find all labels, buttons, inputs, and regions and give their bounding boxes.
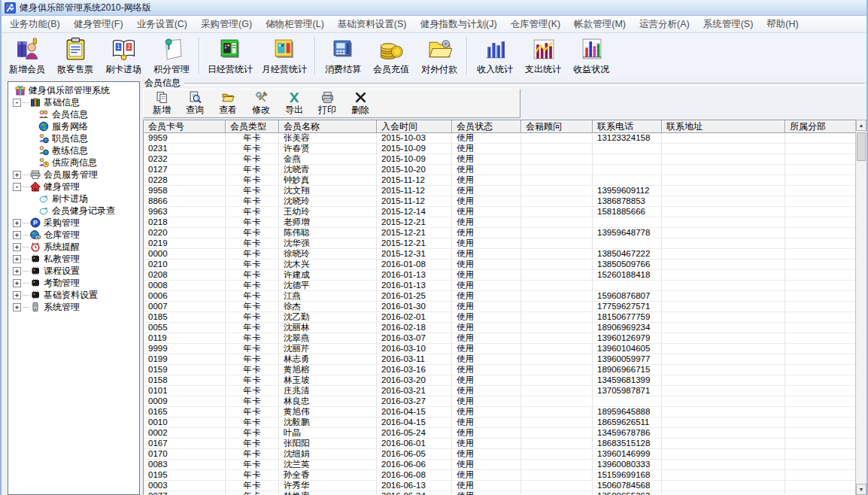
menu-item[interactable]: 采购管理(G) [194, 16, 259, 33]
expense-chart-button[interactable]: 支出统计 [519, 35, 567, 77]
menu-item[interactable]: 业务功能(B) [3, 16, 67, 33]
menu-item[interactable]: 系统管理(S) [697, 16, 760, 33]
column-header[interactable]: 所属分部 [785, 120, 859, 133]
table-row[interactable]: 0232年卡金燕2015-10-09使用 [144, 154, 859, 165]
settlement-button[interactable]: 消费结算 [319, 35, 367, 77]
table-row[interactable]: 0199年卡林志勇2016-03-11使用13960059977 [144, 354, 859, 365]
table-row[interactable]: 0083年卡沈兰英2016-06-06使用13960080333 [144, 460, 859, 470]
tree-node[interactable]: +会员服务管理 [8, 169, 139, 181]
scrollbar-thumb[interactable] [857, 132, 866, 161]
tree-node[interactable]: +课程设置 [8, 265, 139, 277]
payment-button[interactable]: 对外付款 [415, 35, 463, 77]
tree-expand-icon[interactable]: + [13, 243, 21, 251]
table-row[interactable]: 0220年卡陈伟聪2015-12-21使用13959648778 [144, 228, 859, 238]
menu-item[interactable]: 运营分析(A) [633, 16, 697, 33]
monthly-report-button[interactable]: 月经营统计 [257, 35, 311, 77]
table-row[interactable]: 0010年卡沈毅鹏2016-04-15使用18659626511 [144, 418, 859, 428]
table-row[interactable]: 9963年卡王幼玲2015-12-14使用1581885666 [144, 207, 859, 217]
tree-node[interactable]: +基础资料设置 [8, 289, 139, 301]
tree-node[interactable]: -基础信息 [8, 96, 139, 108]
view-button[interactable]: 查看 [211, 91, 244, 117]
income-chart-button[interactable]: 收入统计 [471, 35, 519, 77]
tree-expand-icon[interactable]: + [13, 267, 21, 275]
column-header[interactable]: 会员名称 [279, 120, 377, 133]
column-header[interactable]: 入会时间 [377, 120, 452, 133]
table-row[interactable]: 0119年卡沈翠燕2016-03-07使用13960126979 [144, 333, 859, 344]
table-row[interactable]: 0195年卡孙全香2016-06-08使用15159699168 [144, 470, 859, 481]
table-row[interactable]: 9999年卡沈丽芹2016-03-10使用13960104605 [144, 344, 859, 354]
table-row[interactable]: 0170年卡沈细娟2016-06-05使用13960146999 [144, 449, 859, 460]
table-row[interactable]: 0219年卡沈华强2015-12-21使用 [144, 238, 859, 249]
table-row[interactable]: 0218年卡老师增2015-12-21使用 [144, 217, 859, 228]
modify-button[interactable]: 修改 [244, 91, 278, 117]
table-row[interactable]: 0009年卡林良忠2016-03-27使用 [144, 396, 859, 407]
column-header[interactable]: 联系电话 [593, 120, 662, 133]
recharge-button[interactable]: 会员充值 [367, 35, 415, 77]
tree-expand-icon[interactable]: + [13, 303, 21, 311]
tree-node[interactable]: +仓库管理 [8, 229, 139, 241]
tree-collapse-icon[interactable]: - [13, 99, 21, 107]
table-row[interactable]: 0006年卡江燕2016-01-25使用15960876807 [144, 291, 859, 302]
tree-node[interactable]: 供应商信息 [8, 156, 139, 169]
table-row[interactable]: 0228年卡钟妙真2015-11-12使用 [144, 175, 859, 186]
tree-node[interactable]: 会员健身记录查 [8, 205, 139, 217]
table-row[interactable]: 0231年卡许春贤2015-10-09使用 [144, 144, 859, 154]
table-row[interactable]: 0159年卡黄旭榕2016-03-16使用18906966715 [144, 365, 859, 375]
daily-report-button[interactable]: 日经营统计 [203, 35, 257, 77]
delete-button[interactable]: 删除 [344, 91, 377, 117]
column-header[interactable]: 会员卡号 [144, 120, 226, 133]
print-button[interactable]: 打印 [311, 91, 344, 117]
card-swipe-button[interactable]: 12刷卡进场 [99, 35, 147, 77]
tree-node[interactable]: +P采购管理 [8, 217, 139, 229]
menu-item[interactable]: 仓库管理(K) [504, 16, 568, 33]
tree-node[interactable]: -健身管理 [8, 181, 139, 193]
tree-node[interactable]: 教练信息 [8, 144, 139, 156]
column-header[interactable]: 会员类型 [226, 120, 279, 133]
table-row[interactable]: 0208年卡许建成2016-01-13使用15260188418 [144, 270, 859, 281]
menu-item[interactable]: 健身管理(F) [67, 16, 130, 33]
table-row[interactable]: 0055年卡沈丽林2016-02-18使用18906969234 [144, 323, 859, 333]
table-row[interactable]: 0008年卡沈德平2016-01-13使用 [144, 281, 859, 291]
scrollbar-down-icon[interactable]: ▼ [856, 484, 866, 495]
table-row[interactable]: 0127年卡沈晓青2015-10-20使用 [144, 165, 859, 175]
column-header[interactable]: 会员状态 [452, 120, 521, 133]
table-row[interactable]: 0167年卡张阳阳2016-06-01使用18683515128 [144, 439, 859, 449]
table-row[interactable]: 0007年卡徐杰2016-01-30使用17759627571 [144, 302, 859, 312]
export-button[interactable]: 导出 [278, 91, 311, 117]
tree-node[interactable]: 刷卡进场 [8, 193, 139, 205]
tree-expand-icon[interactable]: + [13, 231, 21, 239]
points-button[interactable]: 积分管理 [147, 35, 196, 77]
tree-root[interactable]: 健身俱乐部管理系统 [8, 84, 139, 96]
tree-collapse-icon[interactable]: - [13, 183, 21, 191]
table-row[interactable]: 0101年卡庄兆清2016-03-21使用13705987871 [144, 386, 859, 396]
tree-node[interactable]: +系统提醒 [8, 241, 139, 253]
menu-item[interactable]: 健身指数与计划(J) [414, 16, 504, 33]
tree-expand-icon[interactable]: + [13, 255, 21, 263]
menu-item[interactable]: 储物柜管理(L) [259, 16, 331, 33]
menu-item[interactable]: 业务设置(C) [130, 16, 194, 33]
menu-item[interactable]: 基础资料设置(S) [331, 16, 414, 33]
table-row[interactable]: 8866年卡沈晓玲2015-11-12使用1386878853 [144, 196, 859, 207]
table-row[interactable]: 0165年卡黄旭伟2016-04-15使用18959645888 [144, 407, 859, 418]
tree-node[interactable]: 会员信息 [8, 108, 139, 120]
table-row[interactable]: 0003年卡许秀华2016-06-13使用15060784568 [144, 481, 859, 491]
table-row[interactable]: 9959年卡张美容2015-10-03使用13123324158 [144, 133, 859, 144]
tree-expand-icon[interactable]: + [13, 291, 21, 299]
new-button[interactable]: 新增 [145, 91, 178, 117]
tree-expand-icon[interactable]: + [13, 219, 21, 227]
member-add-button[interactable]: 新增会员 [3, 35, 51, 77]
tree-node[interactable]: +系统管理 [8, 301, 139, 313]
table-row[interactable]: 0002年卡叶晶2016-05-24使用13459678786 [144, 428, 859, 439]
ticket-button[interactable]: 散客售票 [51, 35, 99, 77]
table-row[interactable]: 0185年卡沈乙勤2016-02-01使用18150677759 [144, 312, 859, 323]
vertical-scrollbar[interactable]: ▲ ▼ [855, 120, 866, 495]
table-row[interactable]: 9958年卡沈文翔2015-11-12使用13959609112 [144, 186, 859, 196]
tree-node[interactable]: 服务网络 [8, 120, 139, 132]
profit-chart-button[interactable]: 收益状况 [567, 35, 615, 77]
table-row[interactable]: 0158年卡林玉坡2016-03-20使用13459681399 [144, 375, 859, 386]
tree-expand-icon[interactable]: + [13, 279, 21, 287]
menu-item[interactable]: 帐款管理(M) [567, 16, 633, 33]
tree-node[interactable]: 职员信息 [8, 132, 139, 144]
table-row[interactable]: 0077年卡林焕蜜2016-06-24使用13509655262 [144, 491, 859, 495]
menu-item[interactable]: 帮助(H) [760, 16, 805, 33]
